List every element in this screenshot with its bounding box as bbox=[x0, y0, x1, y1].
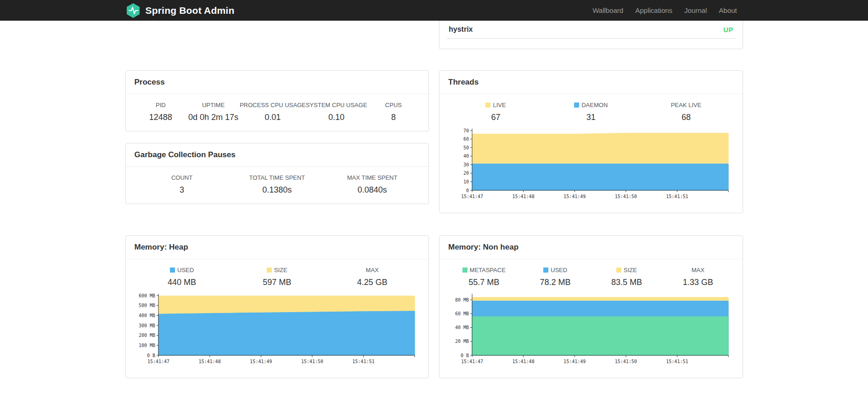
metaspace-legend-chip-icon bbox=[462, 268, 468, 273]
heap-used-legend-chip-icon bbox=[170, 268, 175, 273]
nav-item-wallboard[interactable]: Wallboard bbox=[586, 6, 629, 14]
brand[interactable]: Spring Boot Admin bbox=[125, 3, 235, 18]
memory-heap-chart: 0 B100 MB200 MB300 MB400 MB500 MB600 MB1… bbox=[135, 292, 420, 369]
svg-text:15:41:48: 15:41:48 bbox=[198, 359, 220, 364]
svg-text:15:41:49: 15:41:49 bbox=[564, 359, 586, 364]
svg-text:15:41:50: 15:41:50 bbox=[301, 359, 323, 364]
svg-text:15:41:48: 15:41:48 bbox=[513, 194, 535, 199]
svg-text:600 MB: 600 MB bbox=[138, 293, 155, 298]
memory-nonheap-card: Memory: Non heap METASPACE 55.7 MB USED bbox=[439, 235, 743, 378]
nav-item-about[interactable]: About bbox=[713, 6, 743, 14]
threads-card-title: Threads bbox=[440, 71, 743, 94]
metric-gc-max-time: MAX TIME SPENT 0.0840s bbox=[325, 174, 420, 195]
chart-svg: 01020304050607015:41:4715:41:4815:41:491… bbox=[448, 127, 733, 202]
card-spacer bbox=[440, 39, 743, 49]
svg-text:15:41:50: 15:41:50 bbox=[615, 194, 637, 199]
daemon-legend-chip-icon bbox=[574, 102, 579, 108]
metric-cpus: CPUS 8 bbox=[367, 102, 420, 122]
legend-item-daemon: DAEMON 31 bbox=[543, 102, 638, 122]
threads-card: Threads LIVE 67 DAEMON bbox=[439, 70, 743, 213]
row-process-threads: Process PID 12488 UPTIME 0d 0h 2m 17s PR… bbox=[125, 70, 743, 213]
svg-text:100 MB: 100 MB bbox=[138, 343, 155, 348]
svg-text:15:41:48: 15:41:48 bbox=[513, 359, 535, 364]
live-legend-chip-icon bbox=[485, 102, 490, 108]
nav-links: Wallboard Applications Journal About bbox=[586, 6, 743, 14]
metric-gc-count: COUNT 3 bbox=[135, 174, 230, 195]
nonheap-size-legend-chip-icon bbox=[616, 268, 621, 273]
svg-text:400 MB: 400 MB bbox=[138, 313, 155, 318]
svg-text:40 MB: 40 MB bbox=[455, 325, 469, 330]
svg-text:40: 40 bbox=[463, 154, 469, 159]
legend-item-live: LIVE 67 bbox=[448, 102, 543, 122]
chart-svg: 0 B100 MB200 MB300 MB400 MB500 MB600 MB1… bbox=[135, 292, 419, 367]
heap-size-legend-chip-icon bbox=[267, 268, 272, 273]
svg-text:15:41:47: 15:41:47 bbox=[147, 359, 169, 364]
svg-text:15:41:49: 15:41:49 bbox=[250, 359, 272, 364]
main-content: hystrix UP Process PID 12488 bbox=[125, 21, 743, 410]
chart-svg: 0 B20 MB40 MB60 MB80 MB15:41:4715:41:481… bbox=[448, 292, 733, 367]
svg-text:500 MB: 500 MB bbox=[138, 303, 155, 308]
spring-boot-admin-logo-icon bbox=[125, 3, 141, 18]
memory-heap-card-title: Memory: Heap bbox=[126, 236, 429, 259]
process-metrics: PID 12488 UPTIME 0d 0h 2m 17s PROCESS CP… bbox=[135, 102, 420, 122]
metric-pid: PID 12488 bbox=[135, 102, 187, 122]
legend-item-peak-live: PEAK LIVE 68 bbox=[638, 102, 733, 122]
memory-heap-card: Memory: Heap USED 440 MB SIZE bbox=[125, 235, 429, 378]
memory-nonheap-chart: 0 B20 MB40 MB60 MB80 MB15:41:4715:41:481… bbox=[448, 292, 734, 369]
metric-process-cpu-usage: PROCESS CPU USAGE 0.01 bbox=[240, 102, 306, 122]
legend-item-heap-size: SIZE 597 MB bbox=[230, 267, 325, 287]
svg-text:0 B: 0 B bbox=[461, 353, 469, 358]
svg-text:0 B: 0 B bbox=[147, 353, 155, 358]
svg-text:60 MB: 60 MB bbox=[455, 311, 469, 316]
svg-text:70: 70 bbox=[463, 128, 469, 133]
svg-text:20: 20 bbox=[463, 171, 469, 176]
application-row-hystrix[interactable]: hystrix UP bbox=[446, 21, 736, 39]
svg-text:0: 0 bbox=[466, 188, 469, 193]
legend-item-nonheap-size: SIZE 83.5 MB bbox=[591, 267, 662, 287]
svg-text:15:41:51: 15:41:51 bbox=[666, 194, 688, 199]
application-name: hystrix bbox=[449, 25, 473, 34]
svg-text:300 MB: 300 MB bbox=[138, 323, 155, 328]
svg-text:30: 30 bbox=[463, 162, 469, 167]
application-status-card: hystrix UP bbox=[439, 21, 743, 49]
metric-uptime: UPTIME 0d 0h 2m 17s bbox=[187, 102, 240, 122]
svg-text:15:41:51: 15:41:51 bbox=[352, 359, 374, 364]
legend-item-nonheap-max: MAX 1.33 GB bbox=[662, 267, 733, 287]
metric-system-cpu-usage: SYSTEM CPU USAGE 0.10 bbox=[306, 102, 367, 122]
process-card-title: Process bbox=[126, 71, 429, 94]
threads-legend: LIVE 67 DAEMON 31 PEAK LIVE 68 bbox=[448, 102, 734, 122]
svg-text:50: 50 bbox=[463, 145, 469, 150]
heap-legend: USED 440 MB SIZE 597 MB MAX 4.2 bbox=[135, 267, 420, 287]
nav-item-journal[interactable]: Journal bbox=[678, 6, 713, 14]
status-badge: UP bbox=[723, 26, 733, 34]
legend-item-heap-max: MAX 4.25 GB bbox=[325, 267, 420, 287]
row-application-status: hystrix UP bbox=[125, 21, 743, 49]
memory-nonheap-card-title: Memory: Non heap bbox=[440, 236, 743, 259]
process-card: Process PID 12488 UPTIME 0d 0h 2m 17s PR… bbox=[125, 70, 429, 131]
brand-title: Spring Boot Admin bbox=[146, 5, 235, 16]
svg-text:15:41:47: 15:41:47 bbox=[461, 359, 483, 364]
svg-text:10: 10 bbox=[463, 179, 469, 184]
nav-item-applications[interactable]: Applications bbox=[629, 6, 678, 14]
svg-text:200 MB: 200 MB bbox=[138, 333, 155, 338]
svg-text:15:41:49: 15:41:49 bbox=[564, 194, 586, 199]
gc-pauses-card: Garbage Collection Pauses COUNT 3 TOTAL … bbox=[125, 143, 429, 204]
gc-metrics: COUNT 3 TOTAL TIME SPENT 0.1380s MAX TIM… bbox=[135, 174, 420, 195]
svg-text:60: 60 bbox=[463, 137, 469, 142]
legend-item-metaspace: METASPACE 55.7 MB bbox=[448, 267, 519, 287]
row-memory: Memory: Heap USED 440 MB SIZE bbox=[125, 235, 743, 378]
metric-gc-total-time: TOTAL TIME SPENT 0.1380s bbox=[230, 174, 325, 195]
navbar: Spring Boot Admin Wallboard Applications… bbox=[0, 0, 868, 21]
gc-card-title: Garbage Collection Pauses bbox=[126, 143, 429, 167]
svg-text:15:41:47: 15:41:47 bbox=[461, 194, 483, 199]
svg-text:80 MB: 80 MB bbox=[455, 297, 469, 302]
nonheap-legend: METASPACE 55.7 MB USED 78.2 MB bbox=[448, 267, 734, 287]
nonheap-used-legend-chip-icon bbox=[543, 268, 548, 273]
svg-text:15:41:51: 15:41:51 bbox=[666, 359, 688, 364]
legend-item-nonheap-used: USED 78.2 MB bbox=[519, 267, 591, 287]
threads-chart: 01020304050607015:41:4715:41:4815:41:491… bbox=[448, 127, 734, 204]
svg-text:20 MB: 20 MB bbox=[455, 339, 469, 344]
svg-text:15:41:50: 15:41:50 bbox=[615, 359, 637, 364]
legend-item-heap-used: USED 440 MB bbox=[135, 267, 230, 287]
